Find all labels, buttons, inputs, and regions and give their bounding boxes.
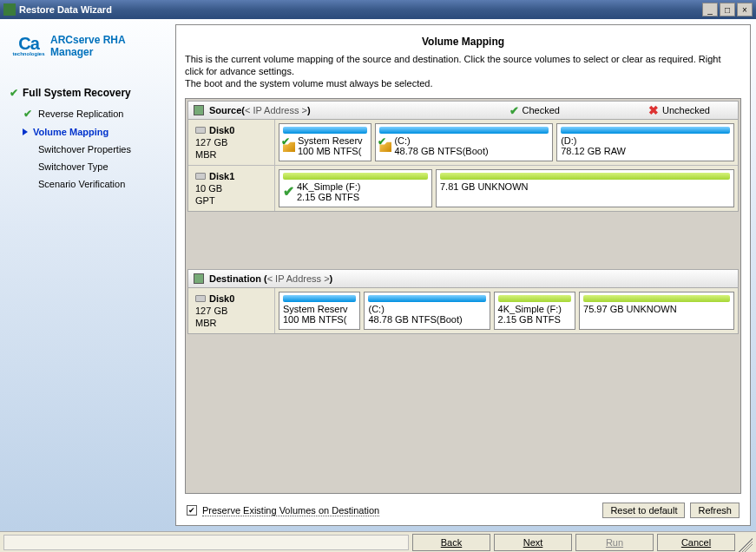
destination-partitions: System Reserv100 MB NTFS((C:)48.78 GB NT…: [275, 288, 738, 333]
destination-icon: [194, 273, 204, 284]
destination-label: Destination (< IP Address >): [209, 273, 332, 284]
source-partition[interactable]: System Reserv100 MB NTFS(: [279, 123, 371, 161]
partition-bar: [283, 173, 428, 180]
source-partition[interactable]: (D:)78.12 GB RAW: [556, 123, 734, 161]
check-icon: ✔: [509, 104, 519, 117]
close-button[interactable]: ×: [737, 3, 753, 16]
disk-size: 10 GB: [195, 183, 267, 194]
product-line1: ARCserve RHA: [50, 34, 126, 46]
ca-logo-icon: Ca technologies: [12, 30, 45, 62]
window-buttons: _ □ ×: [700, 3, 753, 16]
disk-scheme: MBR: [195, 149, 267, 160]
check-icon: ✔: [9, 87, 19, 99]
run-button[interactable]: Run: [575, 534, 654, 551]
refresh-button[interactable]: Refresh: [690, 503, 740, 518]
disk-scheme: MBR: [195, 318, 267, 328]
nav-item-4[interactable]: Scenario Verification: [9, 175, 167, 193]
mapping-area: Source(< IP Address >) ✔ Checked ✖ Unche…: [185, 98, 741, 494]
destination-partition: 4K_Simple (F:)2.15 GB NTFS: [494, 292, 575, 330]
disk-scheme: GPT: [195, 195, 267, 206]
nav-item-label: Reverse Replication: [38, 108, 123, 119]
partition-bar: [379, 127, 549, 134]
source-label: Source(< IP Address >): [209, 105, 311, 115]
volume-checked-icon: [379, 140, 391, 152]
source-disk-table: Disk0127 GBMBRSystem Reserv100 MB NTFS((…: [187, 120, 739, 212]
reset-button[interactable]: Reset to default: [602, 503, 685, 518]
partition-size: 2.15 GB NTFS: [498, 314, 562, 325]
legend-unchecked-label: Unchecked: [662, 105, 710, 115]
source-disk-row: Disk110 GBGPT✔4K_Simple (F:)2.15 GB NTFS…: [188, 165, 738, 211]
x-icon: ✖: [648, 103, 659, 117]
check-icon: ✔: [23, 108, 33, 120]
partition-size: 48.78 GB NTFS(Boot): [394, 146, 488, 156]
nav-item-3[interactable]: Switchover Type: [9, 158, 167, 175]
logo-text-bottom: technologies: [12, 51, 44, 56]
destination-disk-table: Disk0127 GBMBRSystem Reserv100 MB NTFS((…: [187, 288, 739, 334]
partition-size: 48.78 GB NTFS(Boot): [368, 314, 462, 325]
nav-item-1[interactable]: Volume Mapping: [9, 123, 167, 141]
source-disk-row: Disk0127 GBMBRSystem Reserv100 MB NTFS((…: [188, 120, 738, 165]
nav-item-2[interactable]: Switchover Properties: [9, 141, 167, 158]
disk-name: Disk0: [209, 293, 234, 304]
triangle-icon: [23, 128, 28, 135]
nav-item-label: Volume Mapping: [33, 127, 108, 137]
main-panel: Volume Mapping This is the current volum…: [175, 24, 751, 526]
page-desc-line1: This is the current volume mapping of th…: [185, 54, 721, 76]
destination-partition: (C:)48.78 GB NTFS(Boot): [364, 292, 490, 330]
source-disk-label: Disk0127 GBMBR: [188, 120, 275, 165]
source-partitions: System Reserv100 MB NTFS((C:)48.78 GB NT…: [275, 120, 738, 165]
partition-size: 100 MB NTFS(: [283, 314, 348, 325]
disk-name: Disk0: [209, 125, 234, 135]
partition-bar: [283, 295, 356, 302]
partition-bar: [440, 173, 730, 180]
destination-header: Destination (< IP Address >): [187, 269, 739, 288]
next-button[interactable]: Next: [494, 534, 572, 551]
sidebar: Ca technologies ARCserve RHA Manager ✔ F…: [5, 24, 170, 526]
source-partition[interactable]: 7.81 GB UNKNOWN: [436, 169, 734, 207]
resize-grip-icon[interactable]: [739, 538, 753, 552]
disk-icon: [195, 173, 206, 180]
partition-name: (C:): [368, 304, 462, 314]
check-icon: ✔: [283, 187, 294, 197]
disk-size: 127 GB: [195, 137, 267, 148]
partition-size: 75.97 GB UNKNOWN: [583, 304, 677, 314]
panel-footer: Preserve Existing Volumes on Destination…: [185, 497, 741, 520]
destination-partition: System Reserv100 MB NTFS(: [279, 292, 360, 330]
source-disk-label: Disk110 GBGPT: [188, 166, 275, 211]
maximize-button[interactable]: □: [720, 3, 735, 16]
disk-name: Disk1: [209, 171, 234, 181]
partition-bar: [583, 295, 730, 302]
preserve-checkbox[interactable]: [187, 505, 197, 516]
nav-item-label: Scenario Verification: [38, 179, 125, 189]
partition-name: (D:): [561, 135, 626, 146]
partition-name: 4K_Simple (F:): [297, 181, 360, 192]
partition-bar: [368, 295, 485, 302]
nav-root: ✔ Full System Recovery: [9, 87, 167, 99]
nav-root-label: Full System Recovery: [23, 87, 131, 99]
volume-checked-icon: [283, 140, 295, 152]
nav-item-0[interactable]: ✔Reverse Replication: [9, 104, 167, 123]
branding: Ca technologies ARCserve RHA Manager: [9, 30, 167, 62]
partition-bar: [498, 295, 571, 302]
partition-size: 100 MB NTFS(: [298, 146, 363, 156]
cancel-button[interactable]: Cancel: [657, 534, 735, 551]
nav-item-label: Switchover Type: [38, 161, 108, 172]
disk-icon: [195, 295, 206, 302]
source-icon: [194, 105, 204, 115]
legend-unchecked: ✖ Unchecked: [648, 103, 710, 117]
window-title: Restore Data Wizard: [19, 4, 697, 15]
product-line2: Manager: [50, 46, 126, 58]
logo-text-top: Ca: [18, 36, 39, 51]
partition-name: System Reserv: [283, 304, 348, 314]
status-strip: [3, 535, 409, 550]
partition-name: 4K_Simple (F:): [498, 304, 562, 314]
page-title: Volume Mapping: [185, 36, 741, 48]
minimize-button[interactable]: _: [702, 3, 718, 16]
destination-disk-label: Disk0127 GBMBR: [188, 288, 275, 333]
back-button[interactable]: Back: [412, 534, 490, 551]
partition-size: 7.81 GB UNKNOWN: [440, 181, 528, 192]
source-partition[interactable]: (C:)48.78 GB NTFS(Boot): [375, 123, 553, 161]
source-partition[interactable]: ✔4K_Simple (F:)2.15 GB NTFS: [279, 169, 432, 207]
app-icon: [3, 3, 16, 16]
preserve-label[interactable]: Preserve Existing Volumes on Destination: [202, 505, 379, 516]
